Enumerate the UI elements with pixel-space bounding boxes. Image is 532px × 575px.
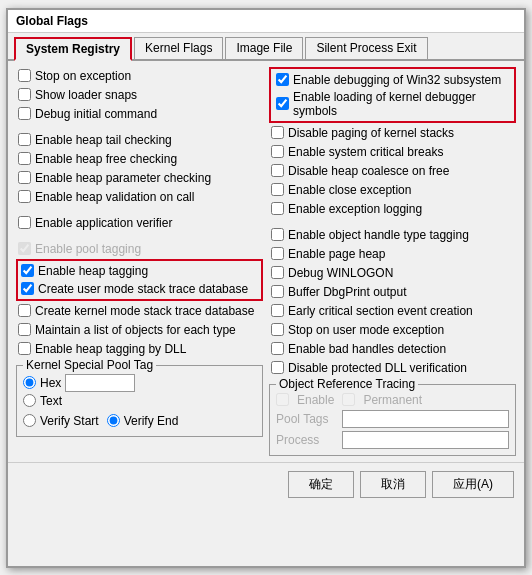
radio-hex-row: Hex <box>23 374 256 392</box>
process-label: Process <box>276 433 336 447</box>
cb-row-early-critical: Early critical section event creation <box>269 302 516 320</box>
heap-param-checkbox[interactable] <box>18 171 31 184</box>
win32-kernel-highlight-box: Enable debugging of Win32 subsystem Enab… <box>269 67 516 123</box>
sys-critical-checkbox[interactable] <box>271 145 284 158</box>
hex-radio[interactable] <box>23 376 36 389</box>
coalesce-checkbox[interactable] <box>271 164 284 177</box>
pool-tagging-label: Enable pool tagging <box>35 242 141 256</box>
cb-row-heap-param: Enable heap parameter checking <box>16 169 263 187</box>
heap-tagging-label: Enable heap tagging <box>38 264 148 278</box>
heap-tail-checkbox[interactable] <box>18 133 31 146</box>
radio-verify-end: Verify End <box>107 412 179 430</box>
verify-start-label: Verify Start <box>40 414 99 428</box>
heap-validation-checkbox[interactable] <box>18 190 31 203</box>
page-heap-checkbox[interactable] <box>271 247 284 260</box>
dialog-title: Global Flags <box>16 14 88 28</box>
cb-row-page-heap: Enable page heap <box>269 245 516 263</box>
heap-tagging-highlight-box: Enable heap tagging Create user mode sta… <box>16 259 263 301</box>
cb-row-coalesce: Disable heap coalesce on free <box>269 162 516 180</box>
debug-initial-command-label: Debug initial command <box>35 107 157 121</box>
left-column: Stop on exception Show loader snaps Debu… <box>16 67 263 456</box>
tab-silent-process-exit[interactable]: Silent Process Exit <box>305 37 427 59</box>
global-flags-dialog: Global Flags System Registry Kernel Flag… <box>6 8 526 568</box>
verify-end-label: Verify End <box>124 414 179 428</box>
cb-row-stop-user-mode: Stop on user mode exception <box>269 321 516 339</box>
cb-row-exception-logging: Enable exception logging <box>269 200 516 218</box>
kernel-mode-stack-checkbox[interactable] <box>18 304 31 317</box>
show-loader-snaps-label: Show loader snaps <box>35 88 137 102</box>
app-verifier-checkbox[interactable] <box>18 216 31 229</box>
obj-ref-pool-tags-row: Pool Tags <box>276 410 509 428</box>
cb-row-heap-tail: Enable heap tail checking <box>16 131 263 149</box>
object-handle-checkbox[interactable] <box>271 228 284 241</box>
pool-tags-label: Pool Tags <box>276 412 336 426</box>
heap-tagging-checkbox[interactable] <box>21 264 34 277</box>
heap-validation-label: Enable heap validation on call <box>35 190 194 204</box>
right-column: Enable debugging of Win32 subsystem Enab… <box>269 67 516 456</box>
hex-text-input[interactable] <box>65 374 135 392</box>
stop-on-exception-label: Stop on exception <box>35 69 131 83</box>
cb-row-show-loader-snaps: Show loader snaps <box>16 86 263 104</box>
maintain-list-checkbox[interactable] <box>18 323 31 336</box>
text-radio[interactable] <box>23 394 36 407</box>
stop-on-exception-checkbox[interactable] <box>18 69 31 82</box>
bad-handles-checkbox[interactable] <box>271 342 284 355</box>
cb-row-protected-dll: Disable protected DLL verification <box>269 359 516 377</box>
cb-row-user-mode-stack: Create user mode stack trace database <box>19 280 260 298</box>
cancel-button[interactable]: 取消 <box>360 471 426 498</box>
tab-system-registry[interactable]: System Registry <box>14 37 132 61</box>
debug-winlogon-checkbox[interactable] <box>271 266 284 279</box>
obj-ref-title: Object Reference Tracing <box>276 377 418 391</box>
obj-ref-enable-checkbox <box>276 393 289 406</box>
stop-user-mode-label: Stop on user mode exception <box>288 323 444 337</box>
cb-row-buffer-dbgprint: Buffer DbgPrint output <box>269 283 516 301</box>
show-loader-snaps-checkbox[interactable] <box>18 88 31 101</box>
pool-tags-input[interactable] <box>342 410 509 428</box>
cb-row-debug-winlogon: Debug WINLOGON <box>269 264 516 282</box>
kernel-debug-checkbox[interactable] <box>276 97 289 110</box>
buffer-dbgprint-label: Buffer DbgPrint output <box>288 285 407 299</box>
apply-button[interactable]: 应用(A) <box>432 471 514 498</box>
page-heap-label: Enable page heap <box>288 247 385 261</box>
heap-free-checkbox[interactable] <box>18 152 31 165</box>
verify-radio-row: Verify Start Verify End <box>23 412 256 430</box>
obj-ref-group: Object Reference Tracing Enable Permanen… <box>269 384 516 456</box>
verify-end-radio[interactable] <box>107 414 120 427</box>
paging-label: Disable paging of kernel stacks <box>288 126 454 140</box>
exception-logging-checkbox[interactable] <box>271 202 284 215</box>
obj-ref-enable-label: Enable <box>297 393 334 407</box>
cb-row-stop-on-exception: Stop on exception <box>16 67 263 85</box>
cb-row-kernel-mode-stack: Create kernel mode stack trace database <box>16 302 263 320</box>
cb-row-close-exception: Enable close exception <box>269 181 516 199</box>
verify-start-radio[interactable] <box>23 414 36 427</box>
early-critical-checkbox[interactable] <box>271 304 284 317</box>
heap-tagging-dll-checkbox[interactable] <box>18 342 31 355</box>
cb-row-bad-handles: Enable bad handles detection <box>269 340 516 358</box>
win32-debug-checkbox[interactable] <box>276 73 289 86</box>
radio-verify-start: Verify Start <box>23 412 99 430</box>
paging-checkbox[interactable] <box>271 126 284 139</box>
cb-row-pool-tagging: Enable pool tagging <box>16 240 263 258</box>
cb-row-heap-free: Enable heap free checking <box>16 150 263 168</box>
tab-image-file[interactable]: Image File <box>225 37 303 59</box>
stop-user-mode-checkbox[interactable] <box>271 323 284 336</box>
kernel-debug-label: Enable loading of kernel debugger symbol… <box>293 90 509 118</box>
buffer-dbgprint-checkbox[interactable] <box>271 285 284 298</box>
cb-row-app-verifier: Enable application verifier <box>16 214 263 232</box>
exception-logging-label: Enable exception logging <box>288 202 422 216</box>
win32-debug-label: Enable debugging of Win32 subsystem <box>293 73 501 87</box>
tab-bar: System Registry Kernel Flags Image File … <box>8 33 524 61</box>
debug-initial-command-checkbox[interactable] <box>18 107 31 120</box>
radio-text-row: Text <box>23 392 256 410</box>
footer: 确定 取消 应用(A) <box>8 462 524 506</box>
protected-dll-checkbox[interactable] <box>271 361 284 374</box>
close-exception-checkbox[interactable] <box>271 183 284 196</box>
sys-critical-label: Enable system critical breaks <box>288 145 443 159</box>
process-input[interactable] <box>342 431 509 449</box>
cb-row-kernel-debug: Enable loading of kernel debugger symbol… <box>274 89 511 119</box>
ok-button[interactable]: 确定 <box>288 471 354 498</box>
tab-kernel-flags[interactable]: Kernel Flags <box>134 37 223 59</box>
user-mode-stack-checkbox[interactable] <box>21 282 34 295</box>
heap-tagging-dll-label: Enable heap tagging by DLL <box>35 342 186 356</box>
obj-ref-permanent-label: Permanent <box>363 393 422 407</box>
